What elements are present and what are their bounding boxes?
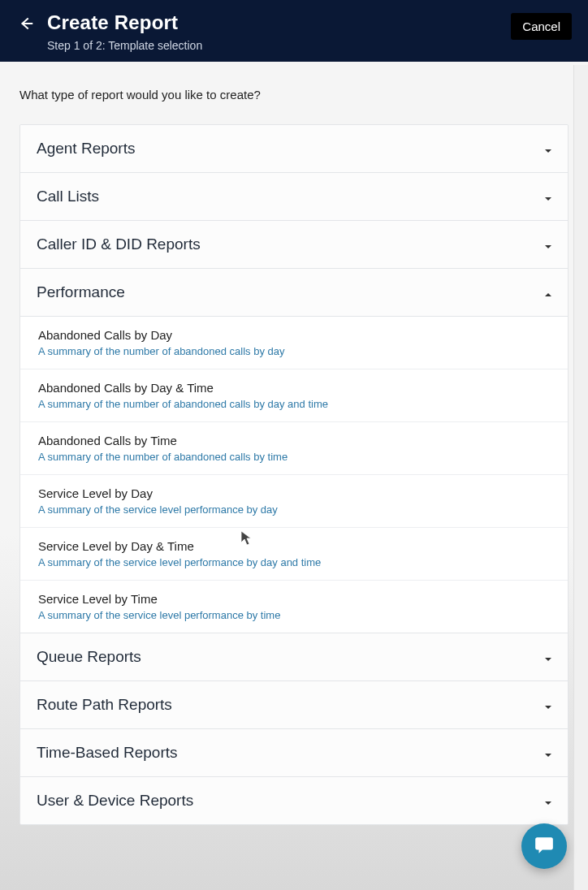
chevron-down-icon [543, 749, 551, 757]
section-header[interactable]: Queue Reports [20, 633, 568, 681]
section-header[interactable]: Caller ID & DID Reports [20, 221, 568, 269]
section-title: User & Device Reports [37, 792, 193, 810]
chevron-down-icon [543, 797, 551, 805]
section-title: Performance [37, 283, 125, 301]
section-header[interactable]: User & Device Reports [20, 777, 568, 824]
scrollbar[interactable] [573, 65, 588, 890]
section-title: Route Path Reports [37, 696, 172, 714]
section-items: Abandoned Calls by DayA summary of the n… [20, 317, 568, 633]
section-header[interactable]: Call Lists [20, 173, 568, 221]
chat-icon [534, 834, 555, 858]
page-subtitle: Step 1 of 2: Template selection [47, 39, 202, 52]
title-block: Create Report Step 1 of 2: Template sele… [47, 11, 202, 52]
section-header[interactable]: Performance [20, 269, 568, 317]
item-title: Service Level by Day & Time [38, 539, 550, 553]
item-description: A summary of the number of abandoned cal… [38, 451, 550, 463]
page-title: Create Report [47, 11, 202, 34]
header-left: Create Report Step 1 of 2: Template sele… [16, 11, 202, 52]
item-description: A summary of the service level performan… [38, 609, 550, 621]
section-title: Time-Based Reports [37, 744, 178, 762]
item-title: Service Level by Time [38, 592, 550, 606]
chevron-down-icon [543, 145, 551, 153]
report-template-item[interactable]: Service Level by Day & TimeA summary of … [20, 528, 568, 581]
item-title: Service Level by Day [38, 486, 550, 500]
section-title: Agent Reports [37, 140, 135, 158]
cancel-button[interactable]: Cancel [511, 13, 572, 40]
item-title: Abandoned Calls by Day & Time [38, 381, 550, 395]
chevron-up-icon [543, 288, 551, 296]
section-title: Call Lists [37, 188, 99, 205]
item-description: A summary of the number of abandoned cal… [38, 398, 550, 410]
report-template-item[interactable]: Service Level by DayA summary of the ser… [20, 475, 568, 528]
chat-fab-button[interactable] [521, 823, 567, 869]
report-template-item[interactable]: Abandoned Calls by TimeA summary of the … [20, 422, 568, 475]
back-arrow-icon[interactable] [16, 11, 36, 34]
chevron-down-icon [543, 192, 551, 201]
prompt-text: What type of report would you like to cr… [19, 88, 569, 102]
item-description: A summary of the number of abandoned cal… [38, 345, 550, 357]
report-template-item[interactable]: Abandoned Calls by Day & TimeA summary o… [20, 369, 568, 422]
chevron-down-icon [543, 240, 551, 248]
section-header[interactable]: Agent Reports [20, 125, 568, 173]
section-title: Caller ID & DID Reports [37, 235, 201, 253]
content-area: What type of report would you like to cr… [0, 62, 588, 845]
report-template-item[interactable]: Service Level by TimeA summary of the se… [20, 581, 568, 633]
item-title: Abandoned Calls by Time [38, 434, 550, 447]
report-type-accordion: Agent ReportsCall ListsCaller ID & DID R… [19, 124, 569, 825]
section-header[interactable]: Route Path Reports [20, 681, 568, 729]
section-title: Queue Reports [37, 648, 141, 666]
item-description: A summary of the service level performan… [38, 503, 550, 516]
item-title: Abandoned Calls by Day [38, 328, 550, 342]
app-header: Create Report Step 1 of 2: Template sele… [0, 0, 588, 62]
chevron-down-icon [543, 653, 551, 661]
section-header[interactable]: Time-Based Reports [20, 729, 568, 777]
report-template-item[interactable]: Abandoned Calls by DayA summary of the n… [20, 317, 568, 369]
item-description: A summary of the service level performan… [38, 556, 550, 568]
chevron-down-icon [543, 701, 551, 709]
